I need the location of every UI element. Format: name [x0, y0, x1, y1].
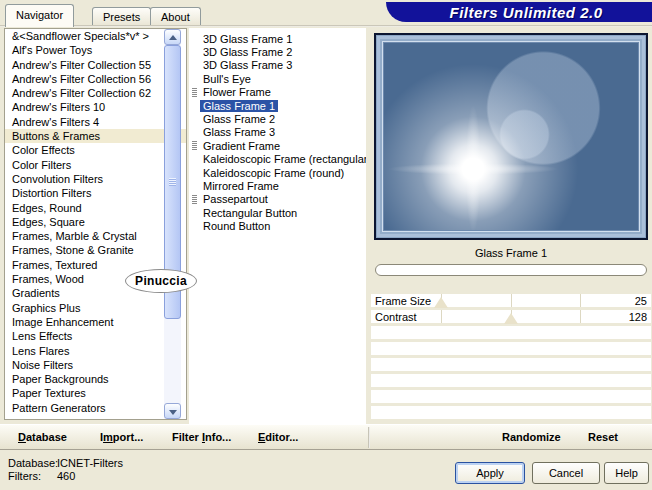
- help-button[interactable]: Help: [604, 462, 649, 484]
- filter-item[interactable]: Passepartout: [189, 193, 366, 206]
- category-scrollbar[interactable]: [164, 29, 181, 419]
- filter-item-label: Kaleidoscopic Frame (round): [200, 167, 347, 179]
- filter-item-label: 3D Glass Frame 3: [200, 59, 295, 71]
- category-item[interactable]: Andrew's Filter Collection 62: [5, 86, 186, 100]
- preview-caption: Glass Frame 1: [374, 247, 648, 259]
- category-item[interactable]: Pattern Generators: [5, 401, 186, 415]
- slider-row[interactable]: Contrast128: [371, 310, 651, 323]
- filter-item-label: Round Button: [200, 220, 273, 232]
- cancel-button[interactable]: Cancel: [532, 462, 600, 484]
- category-item[interactable]: Andrew's Filter Collection 56: [5, 72, 186, 86]
- filter-item-label: Glass Frame 1: [200, 100, 278, 112]
- filter-preview-image: [374, 33, 648, 240]
- filter-item[interactable]: Bull's Eye: [189, 72, 366, 85]
- category-item[interactable]: Andrew's Filters 4: [5, 115, 186, 129]
- database-status-value: ICNET-Filters: [57, 457, 123, 469]
- category-item[interactable]: Graphics Plus: [5, 301, 186, 315]
- category-item[interactable]: Edges, Square: [5, 215, 186, 229]
- database-button[interactable]: Database: [18, 431, 67, 443]
- slider-label: Frame Size: [375, 295, 431, 307]
- category-item[interactable]: Convolution Filters: [5, 172, 186, 186]
- filter-item-label: Glass Frame 3: [200, 126, 278, 138]
- category-item[interactable]: Distortion Filters: [5, 186, 186, 200]
- slider-thumb[interactable]: [504, 313, 518, 324]
- filter-info-button[interactable]: Filter Info...: [172, 431, 231, 443]
- category-item[interactable]: Color Effects: [5, 143, 186, 157]
- reset-button[interactable]: Reset: [588, 431, 618, 443]
- slider-row[interactable]: Frame Size25: [371, 294, 651, 307]
- category-item[interactable]: Paper Backgrounds: [5, 372, 186, 386]
- slider-rows: Frame Size25Contrast128: [371, 294, 651, 422]
- randomize-button[interactable]: Randomize: [502, 431, 561, 443]
- tab-navigator[interactable]: Navigator: [5, 4, 74, 27]
- slider-row-empty: [371, 390, 651, 403]
- filter-item[interactable]: 3D Glass Frame 3: [189, 59, 366, 72]
- filter-item-label: Glass Frame 2: [200, 113, 278, 125]
- apply-button[interactable]: Apply: [455, 462, 525, 484]
- filter-item-label: Mirrored Frame: [200, 180, 282, 192]
- category-item[interactable]: Frames, Marble & Crystal: [5, 229, 186, 243]
- filter-item-label: Passepartout: [200, 193, 271, 205]
- slider-row-empty: [371, 326, 651, 339]
- filter-item[interactable]: Glass Frame 2: [189, 112, 366, 125]
- category-item[interactable]: Lens Flares: [5, 344, 186, 358]
- watermark-badge: Pinuccia: [125, 269, 197, 293]
- filter-item[interactable]: Glass Frame 3: [189, 126, 366, 139]
- slider-label: Contrast: [375, 311, 417, 323]
- tab-presets[interactable]: Presets: [92, 7, 151, 26]
- app-title: Filters Unlimited 2.0: [435, 4, 602, 21]
- slider-value: 128: [629, 311, 647, 323]
- title-banner: Filters Unlimited 2.0: [386, 2, 652, 22]
- category-item[interactable]: Andrew's Filters 10: [5, 100, 186, 114]
- arrow-down-icon: [169, 410, 177, 415]
- slider-thumb[interactable]: [434, 297, 448, 308]
- scroll-up-button[interactable]: [164, 29, 181, 45]
- filter-item[interactable]: Gradient Frame: [189, 139, 366, 152]
- category-item[interactable]: Buttons & Frames: [5, 129, 186, 143]
- filter-item[interactable]: 3D Glass Frame 2: [189, 45, 366, 58]
- filter-item[interactable]: Round Button: [189, 219, 366, 232]
- preset-stack-icon: [192, 88, 197, 97]
- filters-status-label: Filters:: [8, 470, 41, 482]
- editor-button[interactable]: Editor...: [258, 431, 298, 443]
- filter-item-label: Bull's Eye: [200, 73, 254, 85]
- category-item[interactable]: Paper Textures: [5, 386, 186, 400]
- filter-item[interactable]: Mirrored Frame: [189, 179, 366, 192]
- scroll-down-button[interactable]: [164, 403, 181, 419]
- category-item[interactable]: Noise Filters: [5, 358, 186, 372]
- filters-status-value: 460: [57, 470, 75, 482]
- filter-item-label: 3D Glass Frame 2: [200, 46, 295, 58]
- category-item[interactable]: Color Filters: [5, 158, 186, 172]
- filter-item[interactable]: 3D Glass Frame 1: [189, 32, 366, 45]
- slider-row-empty: [371, 342, 651, 355]
- toolbar: Database Import... Filter Info... Editor…: [0, 424, 652, 450]
- database-status-label: Database:: [8, 457, 58, 469]
- slider-row-empty: [371, 374, 651, 387]
- filter-item-label: Flower Frame: [200, 86, 274, 98]
- filter-item[interactable]: Flower Frame: [189, 86, 366, 99]
- filter-item[interactable]: Rectangular Button: [189, 206, 366, 219]
- filter-item[interactable]: Glass Frame 1: [189, 99, 366, 112]
- progress-bar: [375, 264, 647, 276]
- category-item[interactable]: Lens Effects: [5, 329, 186, 343]
- category-item[interactable]: Edges, Round: [5, 201, 186, 215]
- category-list: &<Sandflower Specials*v* >Alf's Power To…: [4, 28, 187, 420]
- slider-row-empty: [371, 406, 651, 419]
- tab-about[interactable]: About: [150, 7, 201, 26]
- category-item[interactable]: Image Enhancement: [5, 315, 186, 329]
- filter-list: 3D Glass Frame 13D Glass Frame 23D Glass…: [189, 28, 366, 424]
- import-button[interactable]: Import...: [100, 431, 143, 443]
- category-item[interactable]: &<Sandflower Specials*v* >: [5, 29, 186, 43]
- slider-row-empty: [371, 358, 651, 371]
- filter-item-label: Rectangular Button: [200, 207, 300, 219]
- preset-stack-icon: [192, 141, 197, 150]
- filter-item-label: Gradient Frame: [200, 140, 283, 152]
- category-item[interactable]: Alf's Power Toys: [5, 43, 186, 57]
- filter-item-label: 3D Glass Frame 1: [200, 33, 295, 45]
- category-item[interactable]: Andrew's Filter Collection 55: [5, 58, 186, 72]
- filter-item[interactable]: Kaleidoscopic Frame (round): [189, 166, 366, 179]
- filter-item-label: Kaleidoscopic Frame (rectangular): [200, 153, 366, 165]
- slider-value: 25: [635, 295, 647, 307]
- category-item[interactable]: Frames, Stone & Granite: [5, 243, 186, 257]
- filter-item[interactable]: Kaleidoscopic Frame (rectangular): [189, 153, 366, 166]
